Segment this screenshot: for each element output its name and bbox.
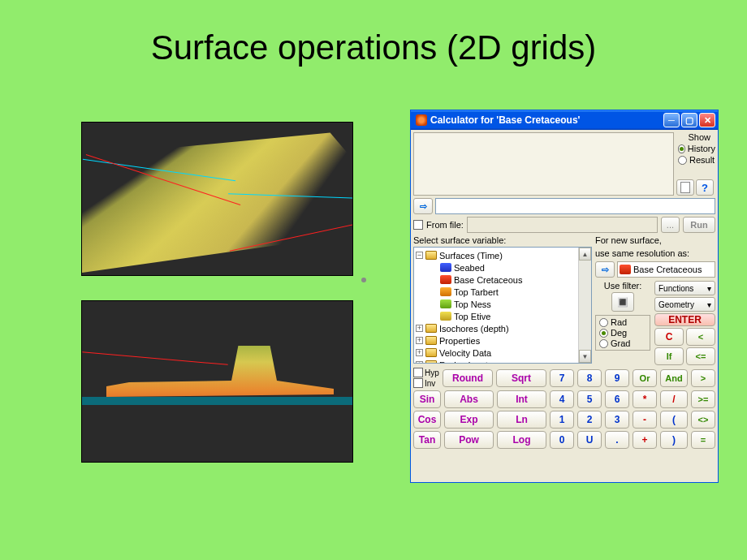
key-3[interactable]: 3 (605, 411, 629, 429)
from-file-checkbox[interactable] (413, 220, 423, 230)
key-1[interactable]: 1 (550, 411, 574, 429)
key-9[interactable]: 9 (605, 369, 629, 387)
units-grad[interactable]: Grad (598, 338, 648, 348)
eq-button[interactable]: = (691, 431, 715, 449)
key-u[interactable]: U (577, 431, 602, 449)
inv-checkbox[interactable]: Inv (413, 378, 439, 388)
surface-tree[interactable]: −Surfaces (Time) Seabed Base Cretaceous … (413, 247, 592, 364)
minimize-button[interactable]: ─ (663, 113, 680, 127)
paste-button[interactable] (676, 179, 694, 196)
key-dot[interactable]: . (605, 431, 629, 449)
assign-arrow-button[interactable]: ⇨ (413, 198, 433, 214)
filter-button[interactable]: 🔳 (611, 292, 634, 312)
surface-preview-2 (81, 300, 353, 463)
slide-title: Surface operations (2D grids) (0, 0, 747, 67)
log-button[interactable]: Log (497, 431, 546, 449)
resolution-label-2: use same resolution as: (595, 248, 715, 258)
ln-button[interactable]: Ln (497, 411, 546, 429)
if-button[interactable]: If (654, 347, 684, 365)
titlebar[interactable]: Calculator for 'Base Cretaceous' ─ ▢ ✕ (411, 110, 718, 130)
from-file-label: From file: (426, 220, 464, 230)
run-button[interactable]: Run (683, 217, 715, 233)
lparen-button[interactable]: ( (660, 411, 688, 429)
key-6[interactable]: 6 (605, 390, 629, 408)
tree-label: Select surface variable: (413, 235, 592, 245)
ge-button[interactable]: >= (691, 390, 715, 408)
keypad: Hyp Inv Round Sqrt 7 8 9 Or And > Sin Ab… (413, 366, 715, 449)
sub-button[interactable]: - (633, 411, 657, 429)
resolution-surface[interactable]: Base Cretaceous (617, 261, 715, 278)
filter-label: Use filter: (595, 281, 650, 291)
ne-button[interactable]: <> (691, 411, 715, 429)
app-icon (416, 114, 427, 126)
file-path-input[interactable] (467, 217, 658, 233)
close-button[interactable]: ✕ (699, 113, 715, 127)
int-button[interactable]: Int (497, 390, 546, 408)
add-button[interactable]: + (633, 431, 657, 449)
tan-button[interactable]: Tan (413, 431, 441, 449)
sqrt-button[interactable]: Sqrt (496, 369, 546, 387)
functions-dropdown[interactable]: Functions▾ (654, 281, 715, 295)
div-button[interactable]: / (660, 390, 688, 408)
resolution-assign-button[interactable]: ⇨ (595, 261, 615, 278)
help-button[interactable]: ? (696, 179, 714, 196)
geometry-dropdown[interactable]: Geometry▾ (654, 297, 715, 312)
show-result-radio[interactable]: Result (676, 155, 715, 165)
key-2[interactable]: 2 (577, 411, 602, 429)
expression-area[interactable] (413, 132, 674, 196)
calculator-window: Calculator for 'Base Cretaceous' ─ ▢ ✕ S… (410, 110, 719, 483)
rparen-button[interactable]: ) (660, 431, 688, 449)
mul-button[interactable]: * (633, 390, 657, 408)
key-5[interactable]: 5 (577, 390, 602, 408)
round-button[interactable]: Round (443, 369, 493, 387)
maximize-button[interactable]: ▢ (681, 113, 697, 127)
key-8[interactable]: 8 (577, 369, 602, 387)
lt-button[interactable]: < (686, 328, 715, 346)
key-0[interactable]: 0 (550, 431, 574, 449)
show-label: Show (676, 132, 715, 142)
cos-button[interactable]: Cos (413, 411, 441, 429)
units-rad[interactable]: Rad (598, 317, 648, 327)
enter-button[interactable]: ENTER (654, 313, 715, 326)
le-button[interactable]: <= (686, 347, 715, 365)
hyp-checkbox[interactable]: Hyp (413, 368, 439, 377)
sin-button[interactable]: Sin (413, 390, 441, 408)
and-button[interactable]: And (660, 369, 688, 387)
expression-input[interactable] (435, 198, 715, 214)
tree-scrollbar[interactable]: ▲▼ (578, 248, 591, 363)
abs-button[interactable]: Abs (444, 390, 494, 408)
clear-button[interactable]: C (654, 328, 684, 346)
key-7[interactable]: 7 (550, 369, 574, 387)
bullet-dot (361, 278, 366, 282)
gt-button[interactable]: > (691, 369, 715, 387)
resolution-label-1: For new surface, (595, 235, 715, 245)
browse-button[interactable]: ... (661, 217, 680, 233)
or-button[interactable]: Or (633, 369, 657, 387)
surface-preview-1 (81, 122, 353, 276)
pow-button[interactable]: Pow (444, 431, 494, 449)
exp-button[interactable]: Exp (444, 411, 494, 429)
units-deg[interactable]: Deg (598, 328, 648, 338)
window-title: Calculator for 'Base Cretaceous' (430, 114, 662, 126)
key-4[interactable]: 4 (550, 390, 574, 408)
show-history-radio[interactable]: History (676, 144, 715, 153)
